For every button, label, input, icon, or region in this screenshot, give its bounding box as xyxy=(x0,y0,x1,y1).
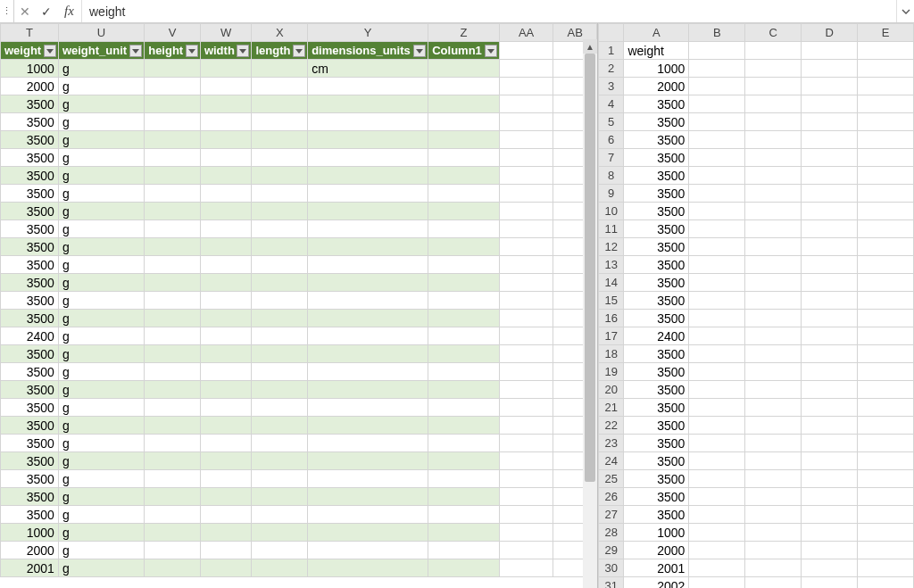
cell-A25[interactable]: 3500 xyxy=(624,470,689,488)
cell-weight-unit[interactable]: g xyxy=(58,506,144,524)
table-header-length[interactable]: length xyxy=(252,42,308,60)
cell-width[interactable] xyxy=(200,524,252,542)
cell-C14[interactable] xyxy=(745,274,802,292)
cell-length[interactable] xyxy=(252,256,308,274)
cell-B25[interactable] xyxy=(689,470,745,488)
cell-length[interactable] xyxy=(252,470,308,488)
cell-dim-units[interactable] xyxy=(308,559,428,577)
table-header-width[interactable]: width xyxy=(200,42,252,60)
row-header-23[interactable]: 23 xyxy=(599,435,624,452)
cell-weight[interactable]: 3500 xyxy=(1,220,59,238)
cell-B16[interactable] xyxy=(689,310,745,327)
row-header-25[interactable]: 25 xyxy=(599,470,624,488)
cell-weight-unit[interactable]: g xyxy=(58,452,144,470)
cell-length[interactable] xyxy=(252,203,308,220)
column-header-V[interactable]: V xyxy=(145,24,201,42)
cell-C21[interactable] xyxy=(745,399,802,417)
cell-width[interactable] xyxy=(200,238,252,256)
row-header-29[interactable]: 29 xyxy=(599,542,624,559)
cell-weight-unit[interactable]: g xyxy=(58,435,144,452)
cell-height[interactable] xyxy=(145,113,201,131)
cell-weight-unit[interactable]: g xyxy=(58,488,144,506)
cell-column1[interactable] xyxy=(428,417,500,435)
cell-dim-units[interactable] xyxy=(308,435,428,452)
cell-weight[interactable]: 3500 xyxy=(1,310,59,327)
cell-dim-units[interactable] xyxy=(308,310,428,327)
cell-C20[interactable] xyxy=(745,381,802,399)
cell-dim-units[interactable] xyxy=(308,238,428,256)
cell-D9[interactable] xyxy=(802,185,858,203)
cell-dim-units[interactable] xyxy=(308,167,428,185)
row-header-24[interactable]: 24 xyxy=(599,452,624,470)
cell-B24[interactable] xyxy=(689,452,745,470)
cell-weight-unit[interactable]: g xyxy=(58,95,144,113)
cell-C9[interactable] xyxy=(745,185,802,203)
cell-B4[interactable] xyxy=(689,95,745,113)
cell-E7[interactable] xyxy=(858,149,914,167)
left-grid[interactable]: TUVWXYZAAABweightweight_unitheightwidthl… xyxy=(0,23,597,577)
cell-B6[interactable] xyxy=(689,131,745,149)
filter-icon[interactable] xyxy=(44,45,56,57)
cell[interactable] xyxy=(499,274,553,292)
cell-weight-unit[interactable]: g xyxy=(58,559,144,577)
cell-A16[interactable]: 3500 xyxy=(624,310,689,327)
cell[interactable] xyxy=(499,203,553,220)
cell-height[interactable] xyxy=(145,310,201,327)
cell-weight[interactable]: 3500 xyxy=(1,435,59,452)
cell-E22[interactable] xyxy=(858,417,914,435)
cell[interactable] xyxy=(499,452,553,470)
cell-A14[interactable]: 3500 xyxy=(624,274,689,292)
cell-length[interactable] xyxy=(252,542,308,559)
cell-weight[interactable]: 3500 xyxy=(1,203,59,220)
cell-weight[interactable]: 2001 xyxy=(1,559,59,577)
cell-dim-units[interactable] xyxy=(308,452,428,470)
cell-weight-unit[interactable]: g xyxy=(58,78,144,95)
cell-A26[interactable]: 3500 xyxy=(624,488,689,506)
cell[interactable] xyxy=(499,292,553,310)
cell-length[interactable] xyxy=(252,488,308,506)
cell-E1[interactable] xyxy=(858,42,914,60)
cell-B28[interactable] xyxy=(689,524,745,542)
cell[interactable] xyxy=(499,78,553,95)
cell-E3[interactable] xyxy=(858,78,914,95)
column-header-B[interactable]: B xyxy=(689,24,745,42)
cell-A23[interactable]: 3500 xyxy=(624,435,689,452)
cell-height[interactable] xyxy=(145,238,201,256)
cell-E31[interactable] xyxy=(858,577,914,589)
cell-height[interactable] xyxy=(145,506,201,524)
cell-dim-units[interactable] xyxy=(308,203,428,220)
cell-C15[interactable] xyxy=(745,292,802,310)
cell[interactable] xyxy=(499,185,553,203)
cell[interactable] xyxy=(499,542,553,559)
cell-dim-units[interactable] xyxy=(308,363,428,381)
cell-B18[interactable] xyxy=(689,345,745,363)
cell-dim-units[interactable] xyxy=(308,381,428,399)
cell-D23[interactable] xyxy=(802,435,858,452)
row-header-30[interactable]: 30 xyxy=(599,559,624,577)
cell-A19[interactable]: 3500 xyxy=(624,363,689,381)
cell-E11[interactable] xyxy=(858,220,914,238)
cell-C31[interactable] xyxy=(745,577,802,589)
row-header-27[interactable]: 27 xyxy=(599,506,624,524)
cell-C25[interactable] xyxy=(745,470,802,488)
cell-length[interactable] xyxy=(252,524,308,542)
cell-E8[interactable] xyxy=(858,167,914,185)
cell-column1[interactable] xyxy=(428,435,500,452)
cell-D30[interactable] xyxy=(802,559,858,577)
cell-weight-unit[interactable]: g xyxy=(58,274,144,292)
column-header-C[interactable]: C xyxy=(745,24,802,42)
cell-C17[interactable] xyxy=(745,327,802,345)
cell-column1[interactable] xyxy=(428,363,500,381)
cell-A20[interactable]: 3500 xyxy=(624,381,689,399)
cell-weight[interactable]: 3500 xyxy=(1,149,59,167)
cell-dim-units[interactable] xyxy=(308,417,428,435)
cell-width[interactable] xyxy=(200,399,252,417)
cell-B9[interactable] xyxy=(689,185,745,203)
cell-C30[interactable] xyxy=(745,559,802,577)
cell-B19[interactable] xyxy=(689,363,745,381)
cell-E20[interactable] xyxy=(858,381,914,399)
cell-height[interactable] xyxy=(145,559,201,577)
cell-height[interactable] xyxy=(145,399,201,417)
cell-E26[interactable] xyxy=(858,488,914,506)
cell[interactable] xyxy=(499,60,553,78)
